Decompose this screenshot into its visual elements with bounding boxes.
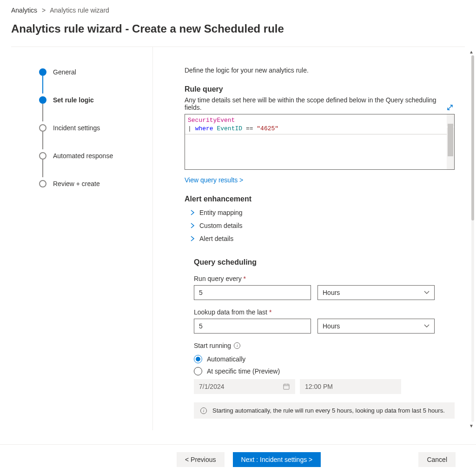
chevron-right-icon [190, 235, 195, 242]
query-code[interactable]: SecurityEvent | where EventID == "4625" [185, 114, 454, 134]
radio-label: At specific time (Preview) [207, 367, 280, 375]
info-icon: i [200, 407, 207, 414]
expander-label: Alert details [199, 235, 233, 242]
step-general[interactable]: General [39, 66, 152, 79]
radio-unchecked-icon [194, 367, 202, 375]
query-scheduling-heading: Query scheduling [194, 258, 455, 267]
chevron-down-icon [424, 291, 430, 294]
step-circle-completed-icon [39, 68, 46, 76]
step-circle-pending-icon [39, 152, 46, 160]
start-time-input-disabled: 12:00 PM [300, 379, 401, 394]
expander-alert-details[interactable]: Alert details [185, 232, 455, 245]
step-incident-settings[interactable]: Incident settings [39, 121, 152, 134]
calendar-icon [283, 383, 290, 390]
query-editor[interactable]: SecurityEvent | where EventID == "4625" [185, 114, 455, 170]
step-label: Incident settings [53, 124, 100, 132]
cancel-button[interactable]: Cancel [418, 452, 456, 467]
query-editor-scrollbar-thumb[interactable] [448, 124, 453, 156]
step-connector [42, 160, 43, 177]
vertical-scrollbar[interactable] [471, 55, 474, 422]
scheduling-info-banner: i Starting automatically, the rule will … [194, 402, 455, 419]
expand-query-icon[interactable] [446, 104, 454, 111]
step-set-rule-logic[interactable]: Set rule logic [39, 93, 152, 107]
main-content: Define the logic for your new analytics … [153, 47, 467, 430]
scroll-down-arrow-icon[interactable]: ▼ [468, 422, 475, 429]
svg-rect-0 [284, 384, 289, 389]
expander-label: Entity mapping [199, 209, 243, 216]
info-icon[interactable]: i [234, 342, 240, 349]
date-value: 7/1/2024 [199, 383, 225, 390]
expander-label: Custom details [199, 222, 243, 229]
lookup-data-label: Lookup data from the last [194, 308, 267, 316]
wizard-steps-sidebar: General Set rule logic Incident settings… [0, 47, 153, 430]
select-value: Hours [323, 289, 340, 296]
intro-text: Define the logic for your new analytics … [185, 67, 455, 74]
step-label: Review + create [53, 180, 100, 187]
alert-enhancement-heading: Alert enhancement [185, 195, 455, 203]
main-scroll-pane: ▲ ▼ Define the logic for your new analyt… [153, 47, 476, 430]
step-circle-active-icon [39, 96, 46, 104]
step-connector [42, 132, 43, 149]
step-connector [42, 76, 43, 93]
radio-automatically[interactable]: Automatically [194, 355, 455, 363]
wizard-footer: < Previous Next : Incident settings > Ca… [0, 444, 476, 474]
radio-checked-icon [194, 355, 202, 363]
scroll-up-arrow-icon[interactable]: ▲ [468, 48, 475, 55]
required-asterisk: * [244, 275, 246, 282]
breadcrumb: Analytics > Analytics rule wizard [0, 0, 476, 19]
radio-at-specific-time[interactable]: At specific time (Preview) [194, 367, 455, 375]
lookup-data-value-input[interactable] [194, 319, 311, 334]
scrollbar-thumb[interactable] [471, 55, 474, 220]
query-editor-scrollbar[interactable] [447, 114, 454, 169]
info-banner-text: Starting automatically, the rule will ru… [212, 407, 445, 414]
breadcrumb-current: Analytics rule wizard [50, 7, 109, 14]
step-label: General [53, 68, 76, 76]
run-query-every-unit-select[interactable]: Hours [317, 285, 435, 300]
rule-query-heading: Rule query [185, 85, 455, 93]
step-connector [42, 104, 43, 121]
query-scheduling-section: Query scheduling Run query every * Hours [185, 258, 455, 419]
required-asterisk: * [269, 308, 271, 316]
step-review-create[interactable]: Review + create [39, 177, 152, 190]
start-date-input-disabled: 7/1/2024 [194, 379, 295, 394]
step-label: Automated response [53, 152, 113, 160]
select-value: Hours [323, 322, 340, 330]
chevron-down-icon [424, 324, 430, 328]
chevron-right-icon [190, 222, 195, 229]
previous-button[interactable]: < Previous [177, 452, 225, 467]
step-circle-pending-icon [39, 180, 46, 187]
view-query-results-link[interactable]: View query results > [185, 176, 243, 184]
next-button[interactable]: Next : Incident settings > [233, 452, 321, 467]
expander-entity-mapping[interactable]: Entity mapping [185, 206, 455, 219]
rule-query-subtext: Any time details set here will be within… [185, 96, 455, 111]
run-query-every-value-input[interactable] [194, 285, 311, 300]
page-title: Analytics rule wizard - Create a new Sch… [0, 19, 476, 47]
time-value: 12:00 PM [305, 383, 333, 390]
step-label: Set rule logic [53, 96, 94, 104]
breadcrumb-separator: > [42, 7, 46, 14]
run-query-every-label: Run query every [194, 275, 242, 282]
chevron-right-icon [190, 209, 195, 216]
breadcrumb-link-analytics[interactable]: Analytics [11, 7, 37, 14]
start-running-label: Start running [194, 342, 231, 349]
step-circle-pending-icon [39, 124, 46, 132]
radio-label: Automatically [207, 355, 245, 363]
expander-custom-details[interactable]: Custom details [185, 219, 455, 232]
step-automated-response[interactable]: Automated response [39, 149, 152, 162]
lookup-data-unit-select[interactable]: Hours [317, 319, 435, 334]
